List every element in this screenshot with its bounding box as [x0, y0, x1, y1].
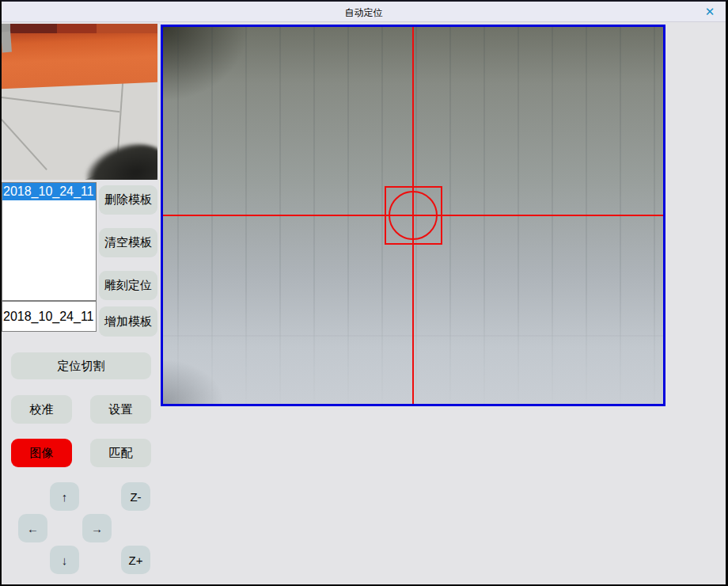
template-thumbnail-preview	[2, 24, 157, 180]
close-icon[interactable]: ✕	[702, 4, 718, 20]
titlebar: 自动定位 ✕	[2, 2, 726, 22]
thumbnail-dark-object	[82, 137, 157, 180]
camera-view[interactable]	[161, 25, 665, 406]
template-list[interactable]: 2018_10_24_11	[2, 182, 97, 301]
auto-position-window: 自动定位 ✕ 2018_10_24_11 删除模板 清空模板 雕刻定位 增加模板…	[0, 0, 728, 586]
jog-down-button[interactable]: ↓	[50, 546, 79, 574]
settings-button[interactable]: 设置	[90, 395, 151, 424]
jog-up-button[interactable]: ↑	[50, 482, 79, 511]
thumbnail-gray-notch	[2, 32, 12, 53]
calibrate-button[interactable]: 校准	[11, 395, 72, 424]
jog-right-button[interactable]: →	[82, 514, 112, 542]
match-region-circle	[389, 191, 438, 240]
template-list-item[interactable]: 2018_10_24_11	[2, 183, 96, 200]
match-button[interactable]: 匹配	[90, 439, 151, 467]
jog-z-plus-button[interactable]: Z+	[121, 546, 150, 574]
jog-z-minus-button[interactable]: Z-	[121, 482, 150, 511]
jog-left-button[interactable]: ←	[18, 514, 47, 542]
thumbnail-tile-line	[2, 95, 119, 113]
add-template-button[interactable]: 增加模板	[99, 306, 157, 337]
thumbnail-tile-line	[2, 116, 47, 170]
thumbnail-orange-beam	[2, 25, 157, 89]
clear-template-button[interactable]: 清空模板	[99, 228, 157, 257]
thumbnail-top-strip	[2, 24, 157, 33]
window-title: 自动定位	[2, 6, 726, 20]
image-button[interactable]: 图像	[11, 439, 72, 467]
position-cut-button[interactable]: 定位切割	[11, 352, 151, 379]
engrave-position-button[interactable]: 雕刻定位	[99, 271, 157, 300]
template-name-input[interactable]	[2, 301, 97, 332]
delete-template-button[interactable]: 删除模板	[99, 185, 157, 215]
